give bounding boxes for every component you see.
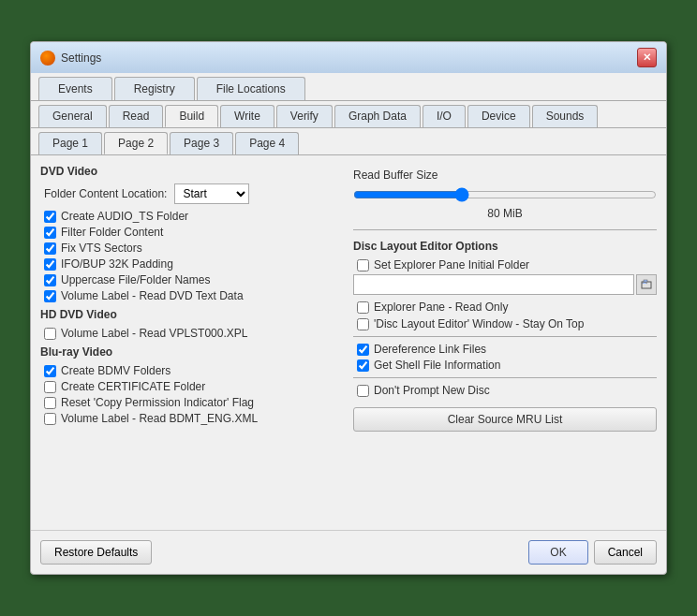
svg-rect-1 — [644, 280, 647, 282]
dvd-section: DVD Video Folder Content Location: Start… — [40, 165, 344, 302]
tab-file-locations[interactable]: File Locations — [197, 77, 305, 100]
tab-build[interactable]: Build — [165, 105, 218, 127]
folder-input-row — [353, 274, 657, 295]
dvd-section-title: DVD Video — [40, 165, 344, 178]
left-panel: DVD Video Folder Content Location: Start… — [40, 165, 344, 521]
disc-cb-label-0: Set Explorer Pane Initial Folder — [374, 258, 529, 271]
bluray-checkbox-0[interactable] — [44, 365, 56, 377]
bottom-bar: Restore Defaults OK Cancel — [31, 530, 666, 574]
dvd-cb-label-2: Fix VTS Sectors — [61, 242, 142, 255]
cancel-button[interactable]: Cancel — [594, 540, 657, 565]
disc-checkbox-3[interactable] — [357, 344, 369, 356]
tab-page3[interactable]: Page 3 — [170, 132, 233, 154]
bluray-cb-label-0: Create BDMV Folders — [61, 364, 171, 377]
tab-page4[interactable]: Page 4 — [235, 132, 299, 154]
dvd-checkbox-5[interactable] — [44, 290, 56, 302]
dvd-checkbox-1[interactable] — [44, 227, 56, 239]
separator-1 — [353, 229, 657, 230]
bluray-cb-label-3: Volume Label - Read BDMT_ENG.XML — [61, 412, 258, 425]
separator-2 — [353, 336, 657, 337]
dvd-checkbox-0[interactable] — [44, 211, 56, 223]
hddvd-section: HD DVD Video Volume Label - Read VPLST00… — [40, 308, 344, 340]
disc-checkbox-2[interactable] — [357, 318, 369, 330]
tab-sounds[interactable]: Sounds — [532, 105, 599, 127]
tab-verify[interactable]: Verify — [276, 105, 333, 127]
ok-button[interactable]: OK — [528, 540, 587, 565]
tab-io[interactable]: I/O — [423, 105, 466, 127]
bluray-cb-0: Create BDMV Folders — [40, 364, 344, 377]
dialog-title: Settings — [61, 51, 101, 65]
tab-general[interactable]: General — [38, 105, 107, 127]
right-panel: Read Buffer Size 80 MiB Disc Layout Edit… — [353, 165, 657, 521]
tab-page1[interactable]: Page 1 — [38, 132, 102, 154]
app-icon — [40, 51, 55, 66]
bluray-checkbox-1[interactable] — [44, 381, 56, 393]
disc-checkbox-0[interactable] — [357, 259, 369, 271]
tab-page2[interactable]: Page 2 — [104, 132, 168, 154]
clear-mru-button[interactable]: Clear Source MRU List — [353, 407, 657, 432]
title-bar: Settings ✕ — [31, 42, 666, 73]
disc-cb-1: Explorer Pane - Read Only — [353, 301, 657, 314]
read-buffer-title: Read Buffer Size — [353, 169, 657, 182]
bluray-cb-label-2: Reset 'Copy Permission Indicator' Flag — [61, 396, 254, 409]
disc-layout-title: Disc Layout Editor Options — [353, 240, 657, 253]
bluray-checkbox-3[interactable] — [44, 413, 56, 425]
second-tab-row: General Read Build Write Verify Graph Da… — [31, 101, 666, 128]
bluray-cb-1: Create CERTIFICATE Folder — [40, 380, 344, 393]
read-buffer-section: Read Buffer Size 80 MiB — [353, 165, 657, 224]
tab-write[interactable]: Write — [220, 105, 274, 127]
tab-device[interactable]: Device — [467, 105, 530, 127]
folder-location-label: Folder Content Location: — [44, 187, 167, 200]
title-bar-left: Settings — [40, 51, 101, 66]
disc-cb-label-1: Explorer Pane - Read Only — [374, 301, 508, 314]
dvd-cb-5: Volume Label - Read DVD Text Data — [40, 289, 344, 302]
bluray-section-title: Blu-ray Video — [40, 345, 344, 359]
dvd-cb-3: IFO/BUP 32K Padding — [40, 257, 344, 271]
bluray-cb-2: Reset 'Copy Permission Indicator' Flag — [40, 396, 344, 409]
disc-cb-5: Don't Prompt New Disc — [353, 384, 657, 397]
read-buffer-value: 80 MiB — [353, 207, 657, 220]
settings-dialog: Settings ✕ Events Registry File Location… — [30, 41, 667, 575]
hddvd-cb-label-0: Volume Label - Read VPLST000.XPL — [61, 327, 247, 340]
folder-input[interactable] — [353, 274, 634, 295]
hddvd-checkbox-0[interactable] — [44, 328, 56, 340]
dvd-cb-2: Fix VTS Sectors — [40, 242, 344, 255]
restore-defaults-button[interactable]: Restore Defaults — [40, 540, 152, 565]
disc-cb-0: Set Explorer Pane Initial Folder — [353, 258, 657, 271]
disc-cb-label-3: Dereference Link Files — [374, 343, 486, 356]
hddvd-cb-0: Volume Label - Read VPLST000.XPL — [40, 327, 344, 340]
top-tab-row: Events Registry File Locations — [31, 73, 666, 101]
disc-checkbox-4[interactable] — [357, 359, 369, 372]
read-buffer-slider[interactable] — [353, 187, 657, 202]
dvd-cb-4: Uppercase File/Folder Names — [40, 273, 344, 286]
dvd-cb-label-0: Create AUDIO_TS Folder — [61, 210, 188, 223]
disc-cb-label-4: Get Shell File Information — [374, 359, 500, 372]
disc-cb-3: Dereference Link Files — [353, 343, 657, 356]
disc-cb-2: 'Disc Layout Editor' Window - Stay On To… — [353, 317, 657, 330]
dvd-cb-label-1: Filter Folder Content — [61, 226, 163, 239]
disc-checkbox-5[interactable] — [357, 385, 369, 397]
folder-location-row: Folder Content Location: Start End — [40, 183, 344, 204]
bluray-section: Blu-ray Video Create BDMV Folders Create… — [40, 345, 344, 425]
bluray-cb-label-1: Create CERTIFICATE Folder — [61, 380, 205, 393]
disc-checkbox-1[interactable] — [357, 301, 369, 314]
dvd-checkbox-4[interactable] — [44, 274, 56, 286]
tab-read[interactable]: Read — [109, 105, 164, 127]
close-button[interactable]: ✕ — [637, 48, 657, 67]
tab-graph-data[interactable]: Graph Data — [334, 105, 421, 127]
disc-cb-label-2: 'Disc Layout Editor' Window - Stay On To… — [374, 317, 584, 330]
browse-button[interactable] — [636, 274, 657, 295]
dvd-checkbox-2[interactable] — [44, 242, 56, 255]
ok-cancel-group: OK Cancel — [528, 540, 657, 565]
disc-layout-section: Disc Layout Editor Options Set Explorer … — [353, 240, 657, 432]
dvd-checkbox-3[interactable] — [44, 258, 56, 271]
page-tab-row: Page 1 Page 2 Page 3 Page 4 — [31, 128, 666, 155]
bluray-checkbox-2[interactable] — [44, 397, 56, 409]
dvd-cb-0: Create AUDIO_TS Folder — [40, 210, 344, 223]
content-area: DVD Video Folder Content Location: Start… — [31, 155, 666, 530]
hddvd-section-title: HD DVD Video — [40, 308, 344, 321]
tab-events[interactable]: Events — [38, 77, 112, 100]
folder-location-dropdown[interactable]: Start End — [174, 183, 249, 204]
separator-3 — [353, 377, 657, 378]
tab-registry[interactable]: Registry — [114, 77, 195, 100]
